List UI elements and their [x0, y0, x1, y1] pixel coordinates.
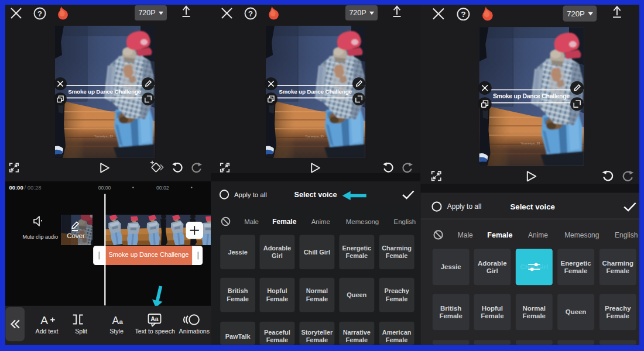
svg-text:Hopful: Hopful [267, 287, 287, 294]
svg-text:Style: Style [109, 328, 124, 335]
svg-text:Apply to all: Apply to all [447, 202, 482, 211]
svg-text:Memesong: Memesong [564, 231, 599, 239]
svg-text:Energetic: Energetic [561, 260, 592, 267]
svg-text:Apply to all: Apply to all [234, 191, 267, 198]
svg-text:Hopful: Hopful [482, 305, 503, 312]
svg-text:?: ? [248, 9, 253, 18]
svg-text:Female: Female [266, 336, 289, 343]
svg-text:Adorable: Adorable [263, 245, 291, 252]
svg-text:Female: Female [266, 295, 289, 302]
svg-text:/ 00:28: / 00:28 [25, 184, 42, 191]
svg-text:?: ? [37, 9, 42, 18]
svg-text:Peaceful: Peaceful [264, 329, 290, 336]
svg-text:English: English [394, 218, 416, 225]
svg-text:Select voice: Select voice [511, 202, 555, 211]
svg-text:Female: Female [272, 218, 296, 226]
svg-text:Male: Male [244, 218, 259, 225]
svg-text:British: British [440, 305, 461, 312]
svg-text:Preachy: Preachy [384, 287, 409, 294]
svg-text:Add text: Add text [36, 328, 59, 335]
svg-text:Female: Female [439, 312, 462, 319]
svg-text:Narrative: Narrative [343, 329, 371, 336]
svg-text:Female: Female [607, 267, 629, 274]
svg-text:Chill Girl: Chill Girl [304, 249, 330, 256]
svg-text:American: American [382, 329, 412, 336]
svg-text:A: A [112, 315, 119, 326]
svg-text:Energetic: Energetic [342, 245, 371, 252]
svg-text:Female: Female [386, 336, 408, 343]
svg-text:Smoke up Dance Challenge: Smoke up Dance Challenge [109, 251, 189, 258]
svg-text:720P: 720P [138, 9, 155, 17]
svg-text:Split: Split [75, 328, 87, 335]
svg-text:Charming: Charming [382, 245, 412, 252]
svg-text:Female: Female [523, 312, 546, 319]
svg-text:Storyteller: Storyteller [301, 329, 333, 336]
svg-text:Normal: Normal [306, 287, 328, 294]
svg-text:Select voice: Select voice [294, 191, 337, 199]
svg-text:Jessie: Jessie [441, 263, 461, 270]
svg-text:a: a [119, 318, 124, 325]
svg-text:Female: Female [481, 312, 503, 319]
svg-text:Mute clip audio: Mute clip audio [23, 234, 59, 240]
svg-text:00:02: 00:02 [156, 185, 169, 191]
svg-text:Text to speech: Text to speech [135, 328, 175, 335]
svg-text:Female: Female [386, 295, 408, 302]
svg-text:Cover: Cover [67, 232, 85, 239]
svg-text:Female: Female [564, 267, 587, 274]
svg-text:PawTalk: PawTalk [225, 333, 251, 340]
svg-text:00:00: 00:00 [9, 184, 23, 191]
svg-text:Female: Female [487, 231, 512, 239]
svg-text:Female: Female [306, 336, 328, 343]
svg-text:Adorable: Adorable [478, 260, 507, 267]
svg-text:00:00: 00:00 [98, 185, 111, 191]
svg-text:Queen: Queen [347, 291, 366, 298]
svg-text:Female: Female [386, 252, 408, 259]
svg-text:Girl: Girl [487, 267, 498, 274]
svg-text:English: English [615, 231, 638, 239]
svg-text:Memesong: Memesong [346, 218, 379, 225]
svg-text:British: British [228, 287, 248, 294]
svg-text:Anime: Anime [311, 218, 330, 225]
svg-text:Girl: Girl [272, 252, 283, 259]
svg-text:Female: Female [227, 295, 249, 302]
svg-text:Male: Male [458, 231, 473, 239]
svg-text:Female: Female [346, 336, 368, 343]
svg-text:Female: Female [306, 295, 328, 302]
svg-text:?: ? [461, 10, 465, 19]
svg-text:Charming: Charming [602, 260, 633, 267]
svg-text:720P: 720P [567, 9, 585, 18]
svg-text:Aa: Aa [150, 315, 159, 322]
svg-text:Anime: Anime [528, 231, 548, 239]
svg-text:Queen: Queen [566, 308, 587, 315]
svg-text:Preachy: Preachy [605, 305, 631, 312]
svg-text:720P: 720P [349, 9, 366, 17]
svg-text:Jessie: Jessie [228, 249, 247, 256]
svg-text:Normal: Normal [523, 305, 546, 312]
svg-text:A: A [40, 314, 48, 326]
svg-text:Animations: Animations [179, 328, 210, 335]
svg-text:Female: Female [346, 252, 368, 259]
svg-text:Female: Female [607, 312, 629, 319]
